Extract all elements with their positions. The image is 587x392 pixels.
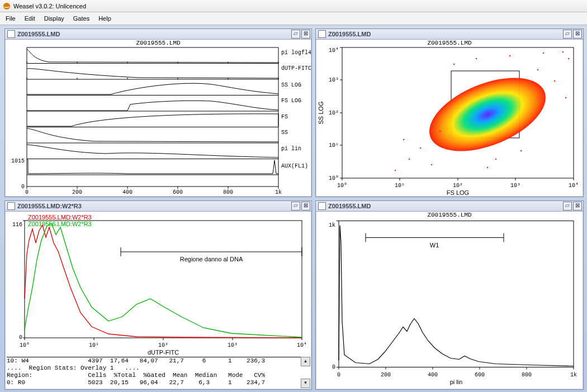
svg-point-51 xyxy=(431,164,432,165)
svg-text:200: 200 xyxy=(381,372,391,378)
svg-text:SS: SS xyxy=(281,130,288,136)
panel-header[interactable]: Z0019555.LMD ▱ ⊠ xyxy=(316,29,583,40)
svg-text:SS LOG: SS LOG xyxy=(281,82,301,88)
panel-title: Z0019555.LMD xyxy=(328,203,371,209)
svg-point-56 xyxy=(562,51,564,52)
menu-display[interactable]: Display xyxy=(41,14,68,23)
svg-text:0: 0 xyxy=(25,189,29,195)
window-title: Weasel v3.0.2: Unlicenced xyxy=(13,3,86,9)
maximize-icon[interactable]: ▱ xyxy=(291,202,300,211)
svg-text:10⁴: 10⁴ xyxy=(297,342,307,348)
svg-text:400: 400 xyxy=(122,189,132,195)
svg-text:10²: 10² xyxy=(158,342,168,348)
svg-text:1k: 1k xyxy=(570,372,577,378)
svg-text:0: 0 xyxy=(19,334,22,341)
scroll-down-icon[interactable]: ▼ xyxy=(301,379,310,388)
sysmenu-icon[interactable] xyxy=(7,30,15,38)
svg-point-64 xyxy=(520,150,522,151)
panel-title: Z0019555.LMD:W2*R3 xyxy=(17,203,82,209)
menu-file[interactable]: File xyxy=(2,14,19,23)
svg-point-63 xyxy=(495,159,496,160)
close-icon[interactable]: ⊠ xyxy=(301,30,310,39)
stats-row: .... Region Stats: Overlay 1 .... xyxy=(7,365,301,372)
plot-area-overlay[interactable]: Z0019555.LMD:W2*R3 Z0019556.LMD:W2*R3 Re… xyxy=(6,212,311,389)
svg-rect-105 xyxy=(339,221,574,367)
svg-point-65 xyxy=(487,167,488,168)
x-axis-label: dUTP-FITC xyxy=(148,349,179,356)
panel-title: Z0019555.LMD xyxy=(17,31,60,37)
gate-region[interactable] xyxy=(121,247,302,256)
stats-header: Region: Cells %Total %Gated Mean Median … xyxy=(7,372,301,379)
svg-text:FS: FS xyxy=(281,114,288,120)
menu-help[interactable]: Help xyxy=(95,14,115,23)
plot-area-histograms[interactable]: Z0019555.LMD xyxy=(6,40,311,196)
menu-edit[interactable]: Edit xyxy=(21,14,39,23)
svg-text:10²: 10² xyxy=(453,183,463,189)
svg-text:dUTP-FITC: dUTP-FITC xyxy=(281,65,311,71)
chart-title: Z0019555.LMD xyxy=(136,40,180,46)
stats-row: 0: R0 5023 20,15 96,04 22,7 6,3 1 234,7 xyxy=(7,379,301,386)
svg-point-55 xyxy=(543,52,544,54)
maximize-icon[interactable]: ▱ xyxy=(563,202,572,211)
stats-row: 10: W4 4397 17,64 84,07 21,7 6 1 236,3 xyxy=(7,357,301,365)
svg-text:1k: 1k xyxy=(329,222,335,228)
svg-text:400: 400 xyxy=(428,372,438,378)
svg-text:10⁰: 10⁰ xyxy=(337,183,347,189)
panel-header[interactable]: Z0019555.LMD ▱ ⊠ xyxy=(5,29,311,40)
panel-header[interactable]: Z0019555.LMD ▱ ⊠ xyxy=(316,201,583,212)
svg-point-0 xyxy=(3,3,10,9)
x-axis-label: FS LOG xyxy=(447,189,469,196)
svg-text:pi lin: pi lin xyxy=(281,146,301,152)
series-label-green: Z0019556.LMD:W2*R3 xyxy=(28,221,92,227)
svg-text:200: 200 xyxy=(72,189,82,195)
region-label: W1 xyxy=(430,242,439,248)
panel-histograms[interactable]: Z0019555.LMD ▱ ⊠ Z0019555.LMD xyxy=(4,28,312,197)
close-icon[interactable]: ⊠ xyxy=(301,202,310,211)
svg-text:10⁴: 10⁴ xyxy=(569,183,579,189)
svg-point-59 xyxy=(565,97,566,98)
svg-text:800: 800 xyxy=(223,189,233,195)
svg-text:10⁴: 10⁴ xyxy=(329,47,339,54)
svg-text:600: 600 xyxy=(173,189,183,195)
svg-text:AUX(FL1): AUX(FL1) xyxy=(281,163,308,169)
svg-text:1015: 1015 xyxy=(11,158,25,164)
plot-area-pi-lin[interactable]: Z0019555.LMD W1 1k 0 xyxy=(316,212,583,389)
menu-gates[interactable]: Gates xyxy=(70,14,93,23)
svg-point-48 xyxy=(419,63,556,166)
scroll-up-icon[interactable]: ▲ xyxy=(301,357,310,366)
close-icon[interactable]: ⊠ xyxy=(573,30,582,39)
svg-text:10⁰: 10⁰ xyxy=(20,342,30,348)
sysmenu-icon[interactable] xyxy=(318,202,326,210)
panel-scatter[interactable]: Z0019555.LMD ▱ ⊠ Z0019555.LMD xyxy=(315,28,584,197)
svg-text:800: 800 xyxy=(522,372,532,378)
svg-point-54 xyxy=(509,55,510,56)
svg-text:10¹: 10¹ xyxy=(329,142,339,149)
maximize-icon[interactable]: ▱ xyxy=(291,30,300,39)
gate-region[interactable] xyxy=(366,233,504,242)
panel-overlay[interactable]: Z0019555.LMD:W2*R3 ▱ ⊠ Z0019555.LMD:W2*R… xyxy=(4,200,312,390)
svg-text:10¹: 10¹ xyxy=(395,183,405,189)
sysmenu-icon[interactable] xyxy=(7,202,15,210)
window-titlebar: Weasel v3.0.2: Unlicenced xyxy=(0,0,587,12)
close-icon[interactable]: ⊠ xyxy=(573,202,582,211)
maximize-icon[interactable]: ▱ xyxy=(563,30,572,39)
series-label-red: Z0019555.LMD:W2*R3 xyxy=(28,214,92,221)
svg-text:10³: 10³ xyxy=(510,183,520,189)
svg-point-60 xyxy=(537,69,538,70)
svg-text:116: 116 xyxy=(12,222,22,228)
svg-text:10³: 10³ xyxy=(329,77,339,83)
sysmenu-icon[interactable] xyxy=(318,30,326,38)
svg-text:10²: 10² xyxy=(329,110,339,116)
chart-title: Z0019555.LMD xyxy=(427,40,471,46)
svg-text:10⁰: 10⁰ xyxy=(329,175,339,181)
svg-text:1k: 1k xyxy=(275,189,282,195)
y-axis-label: SS LOG xyxy=(318,102,324,125)
panel-header[interactable]: Z0019555.LMD:W2*R3 ▱ ⊠ xyxy=(5,201,311,212)
app-icon xyxy=(2,2,11,11)
workspace: Z0019555.LMD ▱ ⊠ Z0019555.LMD xyxy=(0,25,587,392)
panel-pi-lin[interactable]: Z0019555.LMD ▱ ⊠ Z0019555.LMD W1 xyxy=(315,200,584,390)
svg-text:FS LOG: FS LOG xyxy=(281,98,301,104)
svg-text:10³: 10³ xyxy=(228,342,238,348)
svg-point-57 xyxy=(568,58,569,59)
plot-area-scatter[interactable]: Z0019555.LMD xyxy=(316,40,583,196)
